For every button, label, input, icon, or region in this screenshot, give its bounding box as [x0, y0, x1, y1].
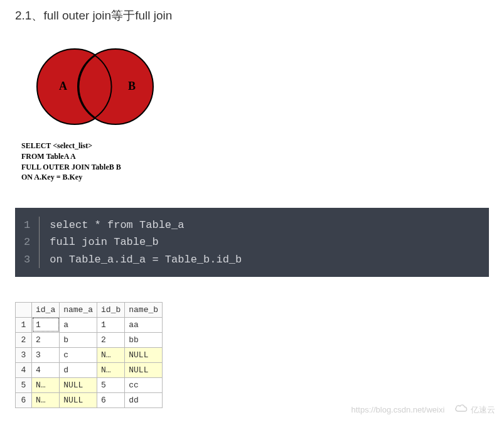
caption-line: FULL OUTER JOIN TableB B: [21, 162, 241, 173]
caption-line: SELECT <select_list>: [21, 141, 241, 151]
table-cell: 5: [97, 377, 125, 392]
code-gutter: 1 2 3: [15, 217, 40, 268]
table-cell: N…: [32, 392, 60, 407]
table-cell: d: [60, 362, 97, 377]
table-cell: NULL: [125, 347, 163, 362]
table-cell: aa: [125, 317, 163, 332]
line-number: 3: [24, 251, 30, 268]
table-row: 11a1aa: [16, 317, 163, 332]
table-cell: 1: [32, 317, 60, 332]
result-table: id_a name_a id_b name_b 11a1aa22b2bb33cN…: [15, 302, 163, 408]
table-cell: 2: [97, 332, 125, 347]
table-row: 5N…NULL5cc: [16, 377, 163, 392]
table-cell: N…: [97, 362, 125, 377]
row-number: 5: [16, 377, 32, 392]
table-cell: 4: [32, 362, 60, 377]
row-number: 2: [16, 332, 32, 347]
table-cell: a: [60, 317, 97, 332]
code-content: select * from Table_afull join Table_bon…: [40, 217, 252, 268]
row-number: 3: [16, 347, 32, 362]
sql-code-block: 1 2 3 select * from Table_afull join Tab…: [15, 208, 489, 277]
watermark-brand-block: 亿速云: [454, 404, 495, 416]
table-cell: N…: [32, 377, 60, 392]
line-number: 1: [24, 217, 30, 234]
row-number: 4: [16, 362, 32, 377]
col-header-name-b: name_b: [125, 302, 163, 317]
venn-label-a: A: [59, 80, 67, 92]
row-number: 6: [16, 392, 32, 407]
table-cell: NULL: [125, 362, 163, 377]
table-row: 6N…NULL6dd: [16, 392, 163, 407]
venn-diagram-block: A B SELECT <select_list> FROM TableA A F…: [21, 43, 241, 183]
row-number: 1: [16, 317, 32, 332]
col-header-name-a: name_a: [60, 302, 97, 317]
table-cell: NULL: [60, 392, 97, 407]
table-cell: 1: [97, 317, 125, 332]
col-header-id-a: id_a: [32, 302, 60, 317]
table-cell: c: [60, 347, 97, 362]
col-header-id-b: id_b: [97, 302, 125, 317]
table-cell: 2: [32, 332, 60, 347]
watermark-bar: https://blog.csdn.net/weixi 亿速云: [351, 404, 495, 416]
result-tbody: 11a1aa22b2bb33cN…NULL44dN…NULL5N…NULL5cc…: [16, 317, 163, 407]
venn-label-b: B: [128, 80, 136, 92]
table-row: 22b2bb: [16, 332, 163, 347]
venn-diagram: A B: [21, 43, 159, 137]
code-line: on Table_a.id_a = Table_b.id_b: [50, 251, 242, 268]
watermark-brand: 亿速云: [471, 405, 495, 414]
cloud-icon: [454, 404, 468, 413]
caption-line: FROM TableA A: [21, 151, 241, 162]
venn-sql-caption: SELECT <select_list> FROM TableA A FULL …: [21, 141, 241, 183]
code-line: select * from Table_a: [50, 217, 242, 234]
table-cell: b: [60, 332, 97, 347]
table-cell: N…: [97, 347, 125, 362]
code-line: full join Table_b: [50, 234, 242, 251]
section-heading: 2.1、full outer join等于full join: [15, 8, 489, 24]
caption-line: ON A.Key = B.Key: [21, 172, 241, 183]
table-row: 33cN…NULL: [16, 347, 163, 362]
table-cell: 6: [97, 392, 125, 407]
table-cell: 3: [32, 347, 60, 362]
watermark-url: https://blog.csdn.net/weixi: [351, 405, 445, 414]
table-corner: [16, 302, 32, 317]
line-number: 2: [24, 234, 30, 251]
table-row: 44dN…NULL: [16, 362, 163, 377]
table-cell: dd: [125, 392, 163, 407]
table-cell: bb: [125, 332, 163, 347]
table-cell: NULL: [60, 377, 97, 392]
table-cell: cc: [125, 377, 163, 392]
